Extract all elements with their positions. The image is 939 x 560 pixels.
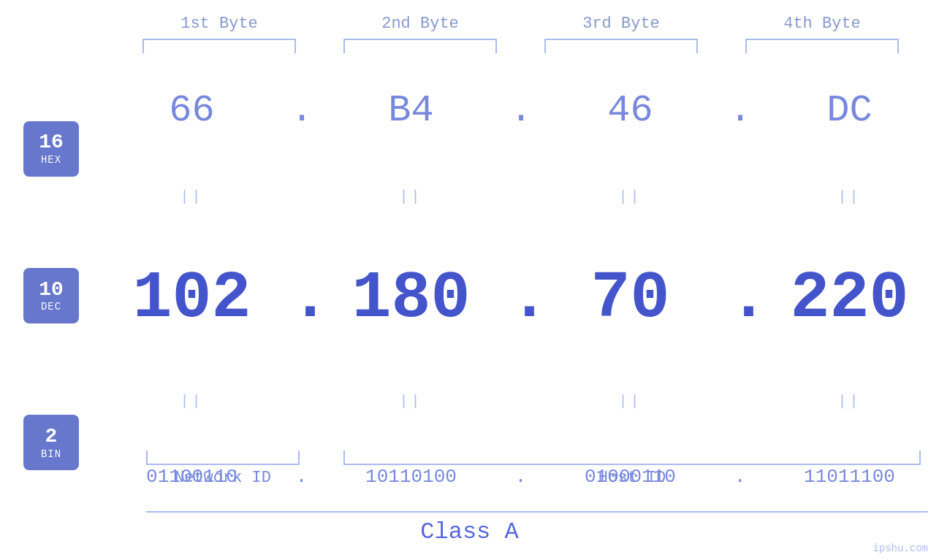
sep2-b3: || <box>550 393 711 410</box>
dot-dec-1: . <box>291 261 313 336</box>
hex-byte1: 66 <box>112 89 273 132</box>
dec-byte4: 220 <box>769 261 930 336</box>
hex-label: HEX <box>41 154 61 166</box>
hex-badge: 16 HEX <box>23 121 79 177</box>
top-bracket-4 <box>745 39 899 53</box>
dec-byte1: 102 <box>112 261 273 336</box>
bottom-brackets-container <box>146 450 921 465</box>
byte2-header: 2nd Byte <box>340 15 501 33</box>
bin-number: 2 <box>45 426 58 448</box>
class-label: Class A <box>0 518 939 545</box>
dot-hex-1: . <box>291 89 313 132</box>
dec-label: DEC <box>41 301 61 312</box>
dot-dec-2: . <box>510 261 532 336</box>
host-id-label: Host ID <box>343 469 921 487</box>
dot-dec-3: . <box>729 261 751 336</box>
top-bracket-3 <box>544 39 698 53</box>
sep-row-1: || || || || <box>102 188 939 205</box>
sep-row-2: || || || || <box>102 393 939 410</box>
byte-headers-row: 1st Byte 2nd Byte 3rd Byte 4th Byte <box>119 15 923 33</box>
hex-byte2: B4 <box>331 89 492 132</box>
id-labels-row: Network ID Host ID <box>146 469 921 487</box>
byte1-header: 1st Byte <box>139 15 300 33</box>
sep2-b1: || <box>112 393 273 410</box>
top-bracket-1 <box>142 39 296 53</box>
bin-badge: 2 BIN <box>23 415 79 470</box>
base-labels: 16 HEX 10 DEC 2 BIN <box>0 53 102 560</box>
class-bracket-line <box>146 511 928 513</box>
dec-number: 10 <box>39 279 64 302</box>
top-bracket-2 <box>343 39 497 53</box>
dec-badge: 10 DEC <box>23 268 79 323</box>
hex-byte4: DC <box>769 89 930 132</box>
sep1-b1: || <box>112 188 273 205</box>
sep1-b4: || <box>769 188 930 205</box>
hex-byte3: 46 <box>550 89 711 132</box>
network-bottom-bracket <box>146 450 300 465</box>
network-bracket-group <box>146 450 300 465</box>
dec-byte3: 70 <box>550 261 711 336</box>
sep1-b2: || <box>331 188 492 205</box>
byte3-header: 3rd Byte <box>541 15 702 33</box>
byte4-header: 4th Byte <box>742 15 902 33</box>
dec-row: 102 . 180 . 70 . 220 <box>102 261 939 336</box>
sep2-b2: || <box>331 393 492 410</box>
top-brackets-row <box>119 39 923 53</box>
bin-label: BIN <box>41 448 61 460</box>
host-bottom-bracket <box>343 450 921 465</box>
host-bracket-group <box>343 450 921 465</box>
sep1-b3: || <box>550 188 711 205</box>
dec-byte2: 180 <box>331 261 492 336</box>
sep2-b4: || <box>769 393 930 410</box>
hex-number: 16 <box>39 131 64 154</box>
label-spacer <box>300 469 343 487</box>
dot-hex-3: . <box>729 89 751 132</box>
watermark: ipshu.com <box>873 542 928 554</box>
hex-row: 66 . B4 . 46 . DC <box>102 89 939 132</box>
dot-hex-2: . <box>510 89 532 132</box>
network-id-label: Network ID <box>146 469 300 487</box>
